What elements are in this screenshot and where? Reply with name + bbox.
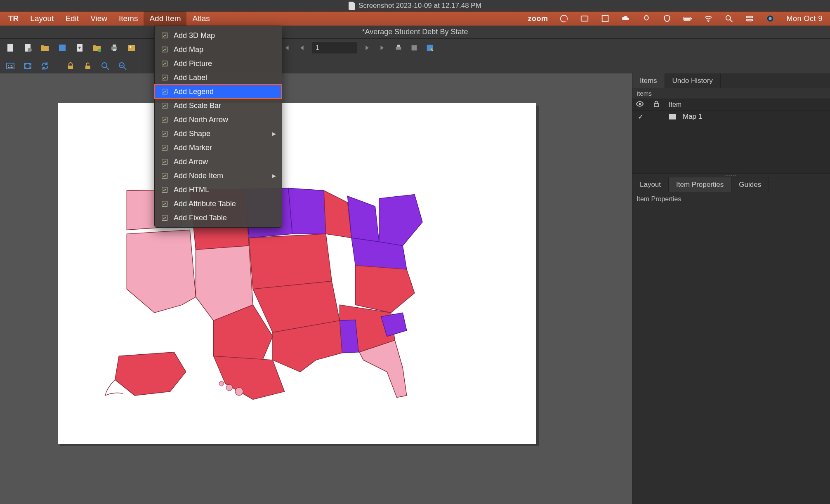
tab-guides[interactable]: Guides	[731, 177, 769, 192]
last-page-icon[interactable]	[377, 42, 389, 54]
svg-rect-23	[128, 45, 135, 51]
menu-item-add-3d-map[interactable]: Add 3D Map	[155, 28, 282, 42]
panel-tabs-top: Items Undo History	[632, 73, 830, 88]
open-folder-icon[interactable]	[38, 41, 52, 55]
item-column-label: Item	[669, 101, 827, 108]
menu-item-icon	[160, 73, 169, 82]
control-center-icon[interactable]	[745, 14, 754, 23]
save-icon[interactable]	[55, 41, 69, 55]
svg-point-13	[769, 17, 772, 20]
item-properties-panel: Item Properties	[632, 192, 830, 504]
menu-layout[interactable]: Layout	[24, 12, 59, 26]
siri-icon[interactable]	[766, 14, 775, 23]
menu-item-icon	[160, 101, 169, 110]
menu-items[interactable]: Items	[113, 12, 144, 26]
shield-icon[interactable]	[663, 14, 672, 23]
svg-point-16	[28, 48, 32, 52]
export-image-icon[interactable]	[125, 41, 139, 55]
svg-rect-5	[684, 18, 690, 20]
menu-item-add-picture[interactable]: Add Picture	[155, 57, 282, 71]
atlas-settings-icon[interactable]	[424, 42, 436, 54]
menu-item-add-node-item[interactable]: Add Node Item▸	[155, 169, 282, 183]
cu-icon[interactable]	[601, 14, 610, 23]
wifi-icon[interactable]	[704, 14, 713, 23]
menu-item-label: Add 3D Map	[174, 31, 215, 40]
menu-item-icon	[160, 186, 169, 194]
zoom-out-tool-icon[interactable]	[116, 59, 130, 73]
tab-undo-history[interactable]: Undo History	[665, 73, 721, 88]
atlas-export-icon[interactable]	[408, 42, 420, 54]
menu-add-item[interactable]: Add Item	[144, 12, 186, 26]
svg-rect-33	[85, 66, 90, 69]
menu-item-label: Add Arrow	[174, 158, 208, 166]
zoom-fit-icon[interactable]	[21, 59, 35, 73]
export-icon[interactable]	[73, 41, 87, 55]
zoom-label[interactable]: zoom	[528, 14, 548, 23]
menu-item-icon	[160, 200, 169, 208]
menu-item-add-marker[interactable]: Add Marker	[155, 141, 282, 155]
open-template-icon[interactable]	[90, 41, 104, 55]
print-icon[interactable]	[107, 41, 121, 55]
svg-point-19	[98, 49, 101, 52]
menu-item-add-arrow[interactable]: Add Arrow	[155, 155, 282, 169]
svg-point-34	[102, 63, 107, 68]
menu-item-label: Add Node Item	[174, 172, 223, 180]
menu-item-add-html[interactable]: Add HTML	[155, 183, 282, 197]
svg-rect-10	[747, 16, 753, 18]
tab-item-properties[interactable]: Item Properties	[669, 177, 731, 192]
menu-item-add-fixed-table[interactable]: Add Fixed Table	[155, 211, 282, 225]
add-item-dropdown: Add 3D MapAdd MapAdd PictureAdd LabelAdd…	[154, 26, 282, 228]
menu-item-add-shape[interactable]: Add Shape▸	[155, 127, 282, 141]
menubar-brand[interactable]: TR	[2, 12, 24, 26]
tab-layout[interactable]: Layout	[632, 177, 669, 192]
menu-item-add-scale-bar[interactable]: Add Scale Bar	[155, 99, 282, 113]
menu-edit[interactable]: Edit	[59, 12, 85, 26]
page-number-input[interactable]	[312, 42, 357, 54]
canvas-area[interactable]	[0, 73, 632, 504]
menu-item-label: Add Scale Bar	[174, 101, 221, 110]
svg-text:1:1: 1:1	[8, 64, 13, 68]
menubar-clock[interactable]: Mon Oct 9	[786, 14, 823, 23]
table-row[interactable]: ✓ Map 1	[632, 111, 830, 123]
menu-item-add-label[interactable]: Add Label	[155, 71, 282, 85]
menu-atlas[interactable]: Atlas	[186, 12, 215, 26]
svg-rect-2	[581, 16, 588, 21]
outlook-icon[interactable]	[580, 14, 589, 23]
unlock-icon[interactable]	[81, 59, 95, 73]
menubar-right: zoom Mon Oct 9	[520, 12, 830, 26]
menu-view[interactable]: View	[85, 12, 113, 26]
menu-item-icon	[160, 31, 169, 40]
next-page-icon[interactable]	[361, 42, 373, 54]
svg-rect-25	[396, 47, 401, 49]
panel-tabs-bottom: Layout Item Properties Guides	[632, 177, 830, 192]
atlas-print-icon[interactable]	[393, 42, 404, 54]
svg-point-8	[726, 16, 731, 20]
first-page-icon[interactable]	[281, 42, 292, 54]
layout-page[interactable]	[58, 103, 536, 444]
cloud-icon[interactable]	[621, 14, 630, 23]
row-visible-check[interactable]: ✓	[636, 113, 646, 121]
panel-splitter[interactable]: ••••••	[632, 173, 830, 177]
menu-item-label: Add Shape	[174, 130, 210, 138]
menu-item-label: Add Fixed Table	[174, 214, 227, 222]
menu-item-add-legend[interactable]: Add Legend	[155, 85, 282, 99]
menu-item-add-attribute-table[interactable]: Add Attribute Table	[155, 197, 282, 211]
butterfly-icon[interactable]	[642, 14, 651, 23]
record-icon[interactable]	[559, 14, 568, 23]
lock-icon[interactable]	[64, 59, 78, 73]
search-icon[interactable]	[724, 14, 733, 23]
prev-page-icon[interactable]	[296, 42, 308, 54]
zoom-in-tool-icon[interactable]	[98, 59, 112, 73]
right-panels: Items Undo History Items Item ✓ Map 1 ••…	[632, 73, 830, 504]
menu-item-icon	[160, 115, 169, 124]
battery-icon[interactable]	[683, 14, 692, 23]
settings-doc-icon[interactable]	[21, 41, 35, 55]
menu-item-add-map[interactable]: Add Map	[155, 42, 282, 57]
zoom-actual-icon[interactable]: 1:1	[3, 59, 17, 73]
new-layout-icon[interactable]	[3, 41, 17, 55]
tab-items[interactable]: Items	[632, 73, 665, 88]
menu-item-add-north-arrow[interactable]: Add North Arrow	[155, 113, 282, 127]
menu-item-icon	[160, 59, 169, 68]
refresh-icon[interactable]	[38, 59, 52, 73]
document-title: *Average Student Debt By State	[362, 28, 468, 36]
